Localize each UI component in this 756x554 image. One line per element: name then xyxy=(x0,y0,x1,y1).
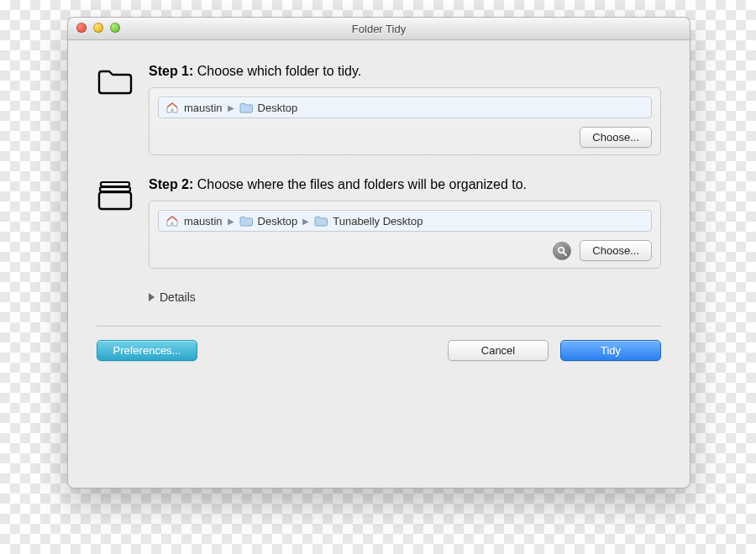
chevron-right-icon: ▶ xyxy=(228,103,234,112)
svg-line-4 xyxy=(564,252,567,255)
home-icon xyxy=(165,215,179,227)
folder-icon xyxy=(239,216,253,227)
preferences-button[interactable]: Preferences... xyxy=(97,340,197,361)
step1-panel: maustin ▶ Desktop Choose... xyxy=(149,87,661,155)
chevron-right-icon: ▶ xyxy=(302,217,309,226)
footer-right: Cancel Tidy xyxy=(448,340,661,361)
details-disclosure[interactable]: Details xyxy=(149,290,661,304)
step2-label-rest: Choose where the files and folders will … xyxy=(193,177,527,191)
svg-rect-0 xyxy=(101,182,129,186)
details-label: Details xyxy=(160,290,196,304)
path-seg: Desktop xyxy=(258,215,298,227)
window-controls xyxy=(76,23,120,33)
window-title: Folder Tidy xyxy=(352,23,406,35)
step1-body: Step 1: Choose which folder to tidy. mau… xyxy=(149,64,661,155)
step1-panel-footer: Choose... xyxy=(158,127,652,148)
titlebar: Folder Tidy xyxy=(68,18,690,40)
svg-rect-2 xyxy=(99,192,131,209)
content: Step 1: Choose which folder to tidy. mau… xyxy=(68,40,690,304)
folder-icon xyxy=(239,102,253,113)
step1-pathbar[interactable]: maustin ▶ Desktop xyxy=(158,97,652,118)
step2-body: Step 2: Choose where the files and folde… xyxy=(149,177,661,269)
path-seg: maustin xyxy=(184,102,223,114)
folder-outline-icon xyxy=(97,64,134,155)
zoom-icon[interactable] xyxy=(110,23,120,33)
path-seg: maustin xyxy=(184,215,223,227)
step1-heading: Step 1: Choose which folder to tidy. xyxy=(149,64,661,79)
step2-panel: maustin ▶ Desktop ▶ Tunabelly Desktop xyxy=(149,201,661,269)
folder-icon xyxy=(314,216,328,227)
minimize-icon[interactable] xyxy=(93,23,103,33)
cancel-button[interactable]: Cancel xyxy=(448,340,549,361)
path-seg: Tunabelly Desktop xyxy=(333,215,423,227)
tidy-button[interactable]: Tidy xyxy=(560,340,661,361)
step2-panel-footer: Choose... xyxy=(158,240,652,261)
close-icon[interactable] xyxy=(76,23,87,33)
svg-rect-1 xyxy=(100,187,130,191)
step1-label-rest: Choose which folder to tidy. xyxy=(193,64,361,78)
footer: Preferences... Cancel Tidy xyxy=(68,327,690,361)
step1-label-bold: Step 1: xyxy=(149,64,193,78)
home-icon xyxy=(165,102,179,113)
step1-row: Step 1: Choose which folder to tidy. mau… xyxy=(97,64,661,155)
stack-outline-icon xyxy=(97,177,134,269)
reveal-in-finder-button[interactable] xyxy=(553,242,571,260)
step2-label-bold: Step 2: xyxy=(149,177,193,191)
step2-pathbar[interactable]: maustin ▶ Desktop ▶ Tunabelly Desktop xyxy=(158,210,652,232)
step2-heading: Step 2: Choose where the files and folde… xyxy=(149,177,661,192)
step2-row: Step 2: Choose where the files and folde… xyxy=(97,177,661,269)
choose-destination-button[interactable]: Choose... xyxy=(580,240,652,261)
disclosure-triangle-icon xyxy=(149,293,155,301)
choose-source-button[interactable]: Choose... xyxy=(580,127,652,148)
path-seg: Desktop xyxy=(258,102,298,114)
chevron-right-icon: ▶ xyxy=(228,217,234,226)
app-window: Folder Tidy Step 1: Choose which folder … xyxy=(67,17,690,489)
